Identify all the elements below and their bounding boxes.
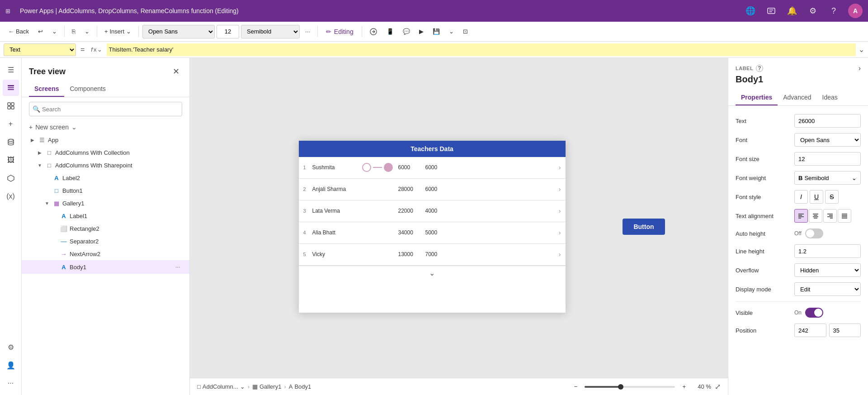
strikethrough-button[interactable]: S — [825, 190, 839, 204]
undo-chevron[interactable]: ⌄ — [48, 25, 61, 38]
overflow-select[interactable]: Hidden Scroll — [794, 263, 861, 277]
italic-button[interactable]: I — [794, 190, 808, 204]
tab-screens[interactable]: Screens — [29, 81, 64, 97]
app-chevron-icon[interactable]: ▶ — [29, 136, 36, 143]
search-input[interactable] — [29, 102, 182, 116]
row2-arrow-icon[interactable]: › — [559, 186, 561, 193]
svg-rect-8 — [11, 106, 14, 109]
data-icon[interactable] — [3, 134, 19, 150]
auto-height-toggle[interactable] — [805, 228, 823, 238]
tree-item-app[interactable]: ▶ ☰ App — [22, 133, 189, 146]
tree-item-label2[interactable]: ▶ A Label2 — [22, 171, 189, 184]
collab-icon[interactable] — [765, 5, 778, 17]
align-center-button[interactable] — [809, 209, 822, 223]
user-left-icon[interactable]: 👤 — [3, 357, 19, 373]
gallery1-chevron-icon[interactable]: ▼ — [43, 200, 51, 207]
panel-expand-icon[interactable]: › — [859, 64, 861, 72]
zoom-minus-button[interactable]: − — [571, 380, 581, 394]
breadcrumb-addcolumn[interactable]: □ AddColumn... ⌄ — [197, 383, 245, 390]
formula-dropdown[interactable]: Text — [4, 43, 76, 56]
back-button[interactable]: ← Back — [5, 25, 33, 38]
font-size-input[interactable] — [217, 25, 239, 38]
row3-arrow-icon[interactable]: › — [559, 207, 561, 214]
position-y-input[interactable] — [829, 324, 861, 337]
tree-item-body1[interactable]: ▶ A Body1 ··· — [22, 260, 189, 274]
nav-down-icon[interactable]: ⌄ — [429, 269, 435, 277]
font-weight-select[interactable]: Semibold — [241, 25, 300, 38]
tree-item-separator2[interactable]: ▶ — Separator2 — [22, 235, 189, 247]
tree-item-addcols-sharepoint[interactable]: ▼ □ AddColumns With Sharepoint — [22, 159, 189, 171]
tab-components[interactable]: Components — [64, 81, 111, 97]
panel-help-icon[interactable]: ? — [756, 65, 763, 72]
breadcrumb: □ AddColumn... ⌄ › ▦ Gallery1 › A Body1 — [197, 383, 311, 390]
insert-button[interactable]: + Insert ⌄ — [101, 25, 135, 38]
fit-screen-icon[interactable]: ⤢ — [715, 382, 721, 391]
body1-more-icon[interactable]: ··· — [173, 262, 182, 271]
align-left-button[interactable] — [794, 209, 808, 223]
tree-item-nextarrow2[interactable]: ▶ → NextArrow2 — [22, 247, 189, 260]
save-chevron[interactable]: ⌄ — [445, 25, 458, 38]
font-prop-select[interactable]: Open Sans — [794, 133, 861, 147]
tree-item-label1[interactable]: ▶ A Label1 — [22, 209, 189, 222]
zoom-slider[interactable] — [585, 386, 675, 388]
tab-properties[interactable]: Properties — [736, 90, 778, 105]
sidebar-toggle-icon[interactable]: ☰ — [3, 62, 19, 78]
tree-item-addcols-collection[interactable]: ▶ □ AddColumns With Collection — [22, 146, 189, 159]
play-button[interactable]: ▶ — [415, 25, 427, 38]
new-screen-button[interactable]: + New screen ⌄ — [22, 121, 189, 133]
grid-icon[interactable]: ⊞ — [5, 8, 13, 14]
phone-icon-button[interactable]: 📱 — [383, 25, 397, 38]
font-select[interactable]: Open Sans — [142, 25, 215, 38]
visible-toggle[interactable] — [805, 308, 823, 318]
canvas-button-element[interactable]: Button — [623, 219, 665, 235]
tree-item-button1[interactable]: ▶ □ Button1 — [22, 184, 189, 197]
align-right-button[interactable] — [823, 209, 837, 223]
help-icon[interactable]: ? — [827, 5, 840, 17]
user-avatar[interactable]: A — [848, 4, 863, 18]
line-height-input[interactable] — [794, 244, 861, 258]
components-icon[interactable] — [3, 98, 19, 114]
tree-close-button[interactable]: ✕ — [170, 65, 182, 78]
underline-button[interactable]: U — [810, 190, 823, 204]
tree-item-rectangle2[interactable]: ▶ ⬜ Rectangle2 — [22, 222, 189, 235]
position-x-input[interactable] — [794, 324, 826, 337]
display-mode-select[interactable]: Edit View Disabled — [794, 282, 861, 296]
font-size-prop-input[interactable] — [794, 152, 861, 166]
formula-expand-icon[interactable]: ⌄ — [859, 45, 864, 54]
breadcrumb-gallery1[interactable]: ▦ Gallery1 — [252, 383, 281, 390]
tab-ideas[interactable]: Ideas — [817, 90, 843, 105]
row4-arrow-icon[interactable]: › — [559, 229, 561, 236]
share-button[interactable] — [366, 25, 381, 38]
more-options-button[interactable]: ··· — [302, 25, 314, 38]
bell-icon[interactable]: 🔔 — [786, 5, 798, 17]
more-left-icon[interactable]: ··· — [3, 375, 19, 391]
media-icon[interactable]: 🖼 — [3, 152, 19, 168]
formula-chevron-icon[interactable]: ⌄ — [97, 46, 102, 53]
variables-icon[interactable]: (x) — [3, 188, 19, 205]
copy-button[interactable]: ⎘ — [68, 25, 79, 38]
save-button[interactable]: 💾 — [429, 25, 443, 38]
globe-icon[interactable]: 🌐 — [744, 5, 757, 17]
undo-button[interactable]: ↩ — [34, 25, 47, 38]
align-justify-button[interactable] — [838, 209, 851, 223]
font-weight-prop-select[interactable]: B Semibold ⌄ — [794, 171, 861, 185]
formula-input[interactable] — [107, 43, 856, 56]
tree-item-gallery1[interactable]: ▼ ▦ Gallery1 — [22, 197, 189, 209]
power-automate-icon[interactable] — [3, 170, 19, 186]
settings-left-icon[interactable]: ⚙ — [3, 339, 19, 355]
addcols-coll-chevron-icon[interactable]: ▶ — [36, 149, 43, 156]
add-icon[interactable]: + — [3, 116, 19, 132]
addcols-sp-chevron-icon[interactable]: ▼ — [36, 162, 43, 169]
settings-icon[interactable]: ⚙ — [807, 5, 819, 17]
tree-view-icon[interactable] — [3, 80, 19, 96]
copy-chevron[interactable]: ⌄ — [81, 25, 93, 38]
prop-row-text: Text — [728, 111, 868, 130]
chat-button[interactable]: 💬 — [399, 25, 414, 38]
zoom-plus-button[interactable]: + — [679, 380, 689, 394]
share-screen-button[interactable]: ⊡ — [459, 25, 472, 38]
breadcrumb-body1[interactable]: A Body1 — [289, 383, 311, 390]
text-input[interactable] — [794, 114, 861, 128]
row5-arrow-icon[interactable]: › — [559, 251, 561, 258]
tab-advanced[interactable]: Advanced — [778, 90, 816, 105]
row1-arrow-icon[interactable]: › — [559, 164, 561, 171]
